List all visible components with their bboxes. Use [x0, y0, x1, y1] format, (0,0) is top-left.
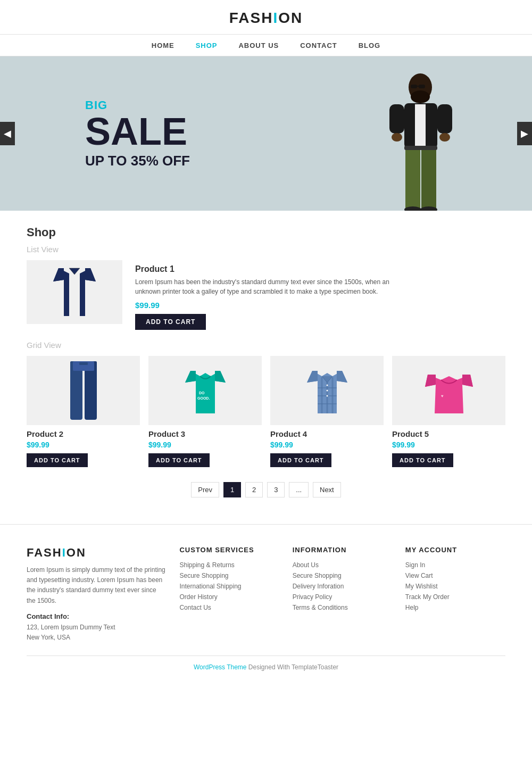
- nav-home[interactable]: HOME: [152, 41, 174, 49]
- grid-view-label: Grid View: [27, 341, 505, 350]
- svg-rect-13: [404, 146, 437, 150]
- hero-sale-label: SALE: [85, 112, 190, 151]
- svg-point-38: [326, 385, 328, 386]
- svg-marker-45: [425, 375, 436, 387]
- pagination-prev-button[interactable]: Prev: [191, 482, 219, 497]
- svg-rect-6: [415, 104, 426, 147]
- nav-about[interactable]: ABOUT US: [238, 41, 279, 49]
- svg-rect-7: [389, 104, 404, 134]
- footer-services-col: CUSTOM SERVICES Shipping & Returns Secur…: [179, 546, 279, 643]
- shop-section: Shop List View Product 1 Lorem Ipsum has…: [0, 211, 532, 524]
- logo-accent: I: [273, 10, 278, 26]
- footer-desc: Lorem Ipsum is simply dummy text of the …: [27, 565, 167, 606]
- footer-bottom-text: Designed With TemplateToaster: [248, 663, 338, 671]
- product2-jeans-icon: [62, 361, 105, 420]
- nav-shop[interactable]: SHOP: [196, 41, 218, 49]
- footer-terms-link[interactable]: Terms & Conditions: [293, 604, 393, 611]
- footer-privacy-link[interactable]: Privacy Policy: [293, 593, 393, 601]
- product3-add-to-cart-button[interactable]: ADD TO CART: [148, 453, 210, 467]
- hero-off-label: UP TO 35% OFF: [85, 153, 190, 169]
- footer-signin-link[interactable]: Sign In: [405, 561, 505, 569]
- svg-marker-17: [69, 268, 80, 316]
- hero-next-button[interactable]: ▶: [517, 122, 532, 145]
- nav-contact[interactable]: CONTACT: [300, 41, 337, 49]
- footer-contact-us-link[interactable]: Contact Us: [179, 604, 279, 611]
- grid-item-product5: ♥ Product 5 $99.99 ADD TO CART: [392, 356, 505, 467]
- svg-text:DO: DO: [199, 391, 205, 395]
- svg-marker-18: [53, 268, 64, 281]
- svg-point-10: [439, 133, 450, 142]
- footer-brand-col: FASHION Lorem Ipsum is simply dummy text…: [27, 546, 167, 643]
- footer-contact-label: Contact Info:: [27, 612, 167, 620]
- product5-image: ♥: [392, 356, 505, 425]
- product1-info: Product 1 Lorem Ipsum has been the indus…: [135, 260, 412, 330]
- footer-info-col: INFORMATION About Us Secure Shopping Del…: [293, 546, 393, 643]
- svg-point-1: [411, 90, 430, 103]
- footer-about-us-link[interactable]: About Us: [293, 561, 393, 569]
- svg-marker-42: [337, 371, 347, 383]
- product3-price: $99.99: [148, 441, 262, 449]
- footer-view-cart-link[interactable]: View Cart: [405, 572, 505, 579]
- footer-secure-shopping-link[interactable]: Secure Shopping: [179, 572, 279, 579]
- footer-info-title: INFORMATION: [293, 546, 393, 554]
- svg-text:♥: ♥: [441, 394, 444, 399]
- footer: FASHION Lorem Ipsum is simply dummy text…: [0, 524, 532, 682]
- product4-image: [270, 356, 384, 425]
- footer-logo: FASHION: [27, 546, 167, 560]
- pagination: Prev 1 2 3 ... Next: [27, 482, 505, 497]
- product2-name: Product 2: [27, 429, 140, 438]
- product3-tshirt-icon: DO GOOD.: [184, 364, 227, 417]
- footer-order-history-link[interactable]: Order History: [179, 593, 279, 601]
- footer-help-link[interactable]: Help: [405, 604, 505, 611]
- product5-name: Product 5: [392, 429, 505, 438]
- main-nav: HOME SHOP ABOUT US CONTACT BLOG: [0, 35, 532, 56]
- footer-contact-addr: 123, Lorem Ipsum Dummy TextNew York, USA: [27, 622, 167, 643]
- nav-blog[interactable]: BLOG: [359, 41, 381, 49]
- footer-delivery-link[interactable]: Delivery Inforation: [293, 583, 393, 590]
- pagination-next-button[interactable]: Next: [313, 482, 341, 497]
- product1-price: $99.99: [135, 301, 412, 310]
- hero-banner: ◀ BIG SALE UP TO 35% OFF: [0, 56, 532, 211]
- pagination-page-2-button[interactable]: 2: [245, 482, 263, 497]
- grid-item-product4: Product 4 $99.99 ADD TO CART: [270, 356, 384, 467]
- list-view-label: List View: [27, 245, 505, 254]
- product5-price: $99.99: [392, 441, 505, 449]
- site-logo: FASHION: [0, 10, 532, 27]
- product1-shirt-icon: [51, 263, 98, 321]
- hero-content: BIG SALE UP TO 35% OFF: [0, 98, 190, 169]
- footer-intl-shipping-link[interactable]: International Shipping: [179, 583, 279, 590]
- product5-add-to-cart-button[interactable]: ADD TO CART: [392, 453, 453, 467]
- footer-wp-theme-link[interactable]: WordPress Theme: [194, 663, 247, 671]
- grid-item-product2: Product 2 $99.99 ADD TO CART: [27, 356, 140, 467]
- product3-image: DO GOOD.: [148, 356, 262, 425]
- svg-marker-19: [85, 268, 96, 281]
- hero-prev-button[interactable]: ◀: [0, 122, 15, 145]
- grid-item-product3: DO GOOD. Product 3 $99.99 ADD TO CART: [148, 356, 262, 467]
- svg-rect-2: [411, 85, 417, 88]
- product4-add-to-cart-button[interactable]: ADD TO CART: [270, 453, 331, 467]
- footer-track-order-link[interactable]: Track My Order: [405, 593, 505, 601]
- list-view-item: Product 1 Lorem Ipsum has been the indus…: [27, 260, 505, 330]
- hero-man-icon: [367, 67, 463, 211]
- footer-account-col: My Account Sign In View Cart My Wishlist…: [405, 546, 505, 643]
- pagination-page-1-button[interactable]: 1: [223, 482, 241, 497]
- pagination-page-3-button[interactable]: 3: [267, 482, 285, 497]
- footer-wishlist-link[interactable]: My Wishlist: [405, 583, 505, 590]
- footer-services-title: CUSTOM SERVICES: [179, 546, 279, 554]
- svg-rect-11: [405, 147, 420, 211]
- grid-view: Product 2 $99.99 ADD TO CART DO GOOD. Pr…: [27, 356, 505, 467]
- product3-name: Product 3: [148, 429, 262, 438]
- product1-add-to-cart-button[interactable]: ADD TO CART: [135, 314, 206, 330]
- svg-text:GOOD.: GOOD.: [197, 396, 210, 400]
- footer-shipping-returns-link[interactable]: Shipping & Returns: [179, 561, 279, 569]
- svg-rect-25: [79, 362, 88, 365]
- product4-name: Product 4: [270, 429, 384, 438]
- product1-desc: Lorem Ipsum has been the industry's stan…: [135, 277, 412, 296]
- svg-rect-3: [419, 85, 425, 88]
- svg-marker-46: [462, 375, 473, 387]
- shop-title: Shop: [27, 226, 505, 239]
- hero-figure: [362, 62, 468, 211]
- svg-marker-41: [307, 371, 318, 383]
- footer-info-secure-shopping-link[interactable]: Secure Shopping: [293, 572, 393, 579]
- product2-add-to-cart-button[interactable]: ADD TO CART: [27, 453, 88, 467]
